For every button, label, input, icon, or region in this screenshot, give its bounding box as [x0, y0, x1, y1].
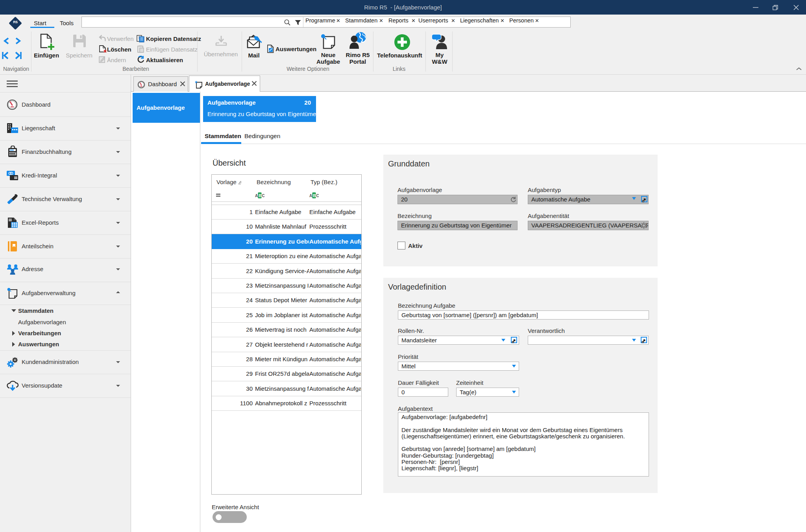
- svg-text:C: C: [316, 194, 319, 198]
- svg-text:B: B: [259, 194, 261, 198]
- svg-text:A: A: [255, 194, 258, 198]
- svg-text:B: B: [313, 194, 316, 198]
- svg-text:A: A: [309, 194, 312, 198]
- svg-text:C: C: [262, 194, 265, 198]
